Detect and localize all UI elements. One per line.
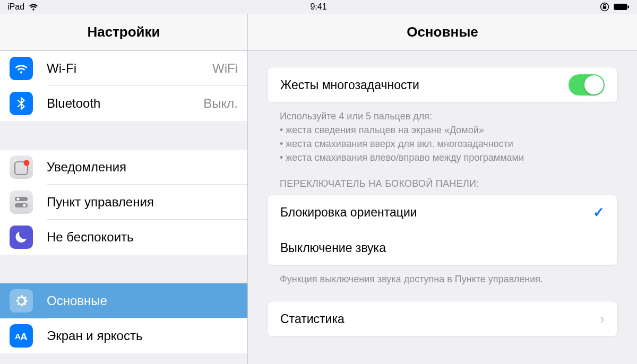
multitasking-footer: Используйте 4 или 5 пальцев для: • жеста… <box>267 103 618 164</box>
row-multitasking-gestures[interactable]: Жесты многозадачности <box>268 67 617 102</box>
sidebar-header: Настройки <box>0 14 247 51</box>
svg-rect-1 <box>603 6 606 9</box>
detail-title: Основные <box>407 24 478 40</box>
stats-group: Статистика › <box>267 301 618 337</box>
row-statistics[interactable]: Статистика › <box>268 301 617 336</box>
detail-header: Основные <box>248 14 637 51</box>
svg-rect-3 <box>628 6 630 8</box>
row-label: Пункт управления <box>47 195 238 210</box>
row-label: Не беспокоить <box>47 230 238 245</box>
svg-point-7 <box>16 197 19 200</box>
sidebar-item-wifi[interactable]: Wi-Fi WiFi <box>0 51 247 86</box>
row-label: Wi-Fi <box>47 61 212 76</box>
row-value: Выкл. <box>203 96 238 111</box>
row-label: Жесты многозадачности <box>280 78 569 92</box>
side-switch-header: ПЕРЕКЛЮЧАТЕЛЬ НА БОКОВОЙ ПАНЕЛИ: <box>267 164 618 195</box>
gear-icon <box>10 289 33 313</box>
battery-icon <box>614 3 630 11</box>
svg-rect-2 <box>614 4 627 10</box>
control-center-icon <box>10 190 33 214</box>
checkmark-icon: ✓ <box>593 204 605 221</box>
multitasking-group: Жесты многозадачности <box>267 67 618 103</box>
sidebar-item-control-center[interactable]: Пункт управления <box>0 185 247 220</box>
bluetooth-icon <box>10 92 33 115</box>
notifications-icon <box>10 155 33 179</box>
sidebar-group-notifications: Уведомления Пункт управления Не беспокои… <box>0 150 247 255</box>
chevron-right-icon: › <box>600 311 605 327</box>
wifi-icon <box>10 57 33 80</box>
device-label: iPad <box>7 2 24 12</box>
row-label: Блокировка ориентации <box>280 205 593 220</box>
sidebar-title: Настройки <box>87 24 160 40</box>
sidebar-item-bluetooth[interactable]: Bluetooth Выкл. <box>0 86 247 121</box>
svg-text:A: A <box>20 331 28 342</box>
detail-pane: Основные Жесты многозадачности Используй… <box>248 14 637 364</box>
orientation-lock-icon <box>600 2 609 12</box>
sidebar-item-display[interactable]: AA Экран и яркость <box>0 318 247 353</box>
row-label: Статистика <box>280 312 600 326</box>
side-switch-group: Блокировка ориентации ✓ Выключение звука <box>267 195 618 266</box>
clock: 9:41 <box>310 2 326 11</box>
sidebar-item-dnd[interactable]: Не беспокоить <box>0 220 247 255</box>
sidebar-item-notifications[interactable]: Уведомления <box>0 150 247 185</box>
side-switch-footer: Функция выключения звука доступна в Пунк… <box>267 266 618 286</box>
dnd-icon <box>10 226 33 249</box>
row-label: Bluetooth <box>47 96 203 111</box>
wifi-status-icon <box>29 3 38 11</box>
status-bar: iPad 9:41 <box>0 0 637 14</box>
multitasking-switch[interactable] <box>569 74 605 96</box>
row-label: Основные <box>47 293 238 308</box>
sidebar-group-connectivity: Wi-Fi WiFi Bluetooth Выкл. <box>0 51 247 121</box>
sidebar-group-general: Основные AA Экран и яркость <box>0 283 247 353</box>
row-label: Выключение звука <box>280 241 605 255</box>
row-label: Уведомления <box>47 160 238 175</box>
row-label: Экран и яркость <box>47 328 238 343</box>
row-lock-rotation[interactable]: Блокировка ориентации ✓ <box>268 195 617 230</box>
sidebar-item-general[interactable]: Основные <box>0 283 247 318</box>
svg-point-5 <box>24 160 30 166</box>
row-value: WiFi <box>212 61 238 76</box>
svg-point-9 <box>23 204 25 206</box>
display-icon: AA <box>10 324 33 348</box>
row-mute[interactable]: Выключение звука <box>268 230 617 265</box>
settings-sidebar: Настройки Wi-Fi WiFi Bluetooth Выкл. <box>0 14 248 364</box>
